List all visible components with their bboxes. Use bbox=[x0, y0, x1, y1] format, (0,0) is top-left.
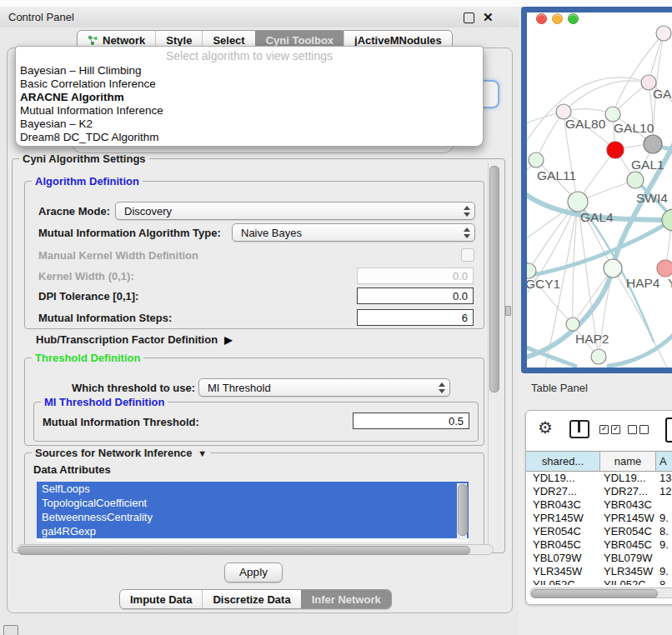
dropdown-item[interactable]: Bayesian – Hill Climbing bbox=[16, 64, 483, 78]
table-cell: YLR345W bbox=[526, 565, 600, 578]
data-attributes-list: SelfLoopsTopologicalCoefficientBetweenne… bbox=[37, 482, 469, 542]
settings-vertical-scrollbar[interactable] bbox=[488, 162, 499, 548]
settings-horizontal-scrollbar[interactable] bbox=[17, 544, 494, 555]
tab-impute-data[interactable]: Impute Data bbox=[120, 590, 202, 608]
attributes-vertical-scrollbar[interactable] bbox=[457, 483, 467, 540]
table-row[interactable]: YER054CYER054C8. bbox=[526, 525, 672, 538]
network-node-label: GAL80 bbox=[565, 117, 606, 131]
network-node-label: GAL bbox=[653, 87, 672, 101]
mi-type-combobox[interactable]: Naive Bayes bbox=[232, 223, 475, 242]
columns-icon[interactable] bbox=[569, 420, 589, 438]
table-function-icon[interactable] bbox=[665, 418, 672, 442]
tab-label: Style bbox=[166, 34, 192, 47]
dropdown-item[interactable]: Bayesian – K2 bbox=[16, 118, 483, 131]
dropdown-item[interactable]: Dream8 DC_TDC Algorithm bbox=[16, 131, 483, 144]
network-canvas[interactable]: GALGAL80GAL10GAL1GAL11SWI4GAL4GCY1HAP4YH… bbox=[527, 25, 672, 368]
network-node[interactable] bbox=[656, 26, 671, 41]
dropdown-item[interactable]: Basic Correlation Inference bbox=[16, 78, 483, 91]
apply-button[interactable]: Apply bbox=[224, 562, 283, 582]
network-node[interactable] bbox=[604, 259, 622, 278]
tab-label: Cyni Toolbox bbox=[266, 34, 333, 47]
table-cell: YPR145W bbox=[526, 512, 600, 525]
column-header-shared-name[interactable]: shared... bbox=[526, 452, 600, 471]
table-cell bbox=[656, 498, 672, 512]
table-row[interactable]: YIL052CYIL052C8 bbox=[526, 578, 672, 585]
table-panel: ⚙ ✓✓ shared... name A YDL19...YDL19...13… bbox=[525, 410, 672, 605]
network-node[interactable] bbox=[566, 318, 579, 331]
window-minimize-traffic-light[interactable] bbox=[552, 13, 563, 24]
network-node[interactable] bbox=[657, 260, 672, 277]
data-attribute-item[interactable]: gal4RGexp bbox=[37, 524, 469, 538]
scrollbar-thumb[interactable] bbox=[489, 166, 499, 392]
algorithm-dropdown-placeholder: Select algorithm to view settings bbox=[16, 49, 483, 64]
table-row[interactable]: YDL19...YDL19...13 bbox=[526, 472, 672, 485]
panel-splitter-handle[interactable] bbox=[505, 306, 511, 316]
threshold-definition-group: Threshold Definition Which threshold to … bbox=[24, 358, 484, 446]
network-node[interactable] bbox=[605, 107, 620, 122]
mi-threshold-input[interactable]: 0.5 bbox=[353, 412, 469, 429]
gear-icon[interactable]: ⚙ bbox=[538, 418, 553, 438]
window-close-traffic-light[interactable] bbox=[536, 13, 547, 24]
hub-definition-row[interactable]: Hub/Transcription Factor Definition▶ bbox=[36, 333, 232, 346]
data-attribute-item[interactable]: TopologicalCoefficient bbox=[37, 496, 469, 510]
settings-legend: Cyni Algorithm Settings bbox=[19, 152, 149, 165]
threshold-definition-legend: Threshold Definition bbox=[32, 352, 143, 364]
network-node[interactable] bbox=[529, 152, 544, 168]
table-cell: YDL19... bbox=[526, 472, 600, 485]
collapsed-panel-icon[interactable] bbox=[3, 625, 18, 635]
dropdown-item[interactable]: Mutual Information Inference bbox=[16, 104, 483, 118]
table-cell: YDR27... bbox=[526, 485, 600, 498]
dropdown-item[interactable]: ARACNE Algorithm bbox=[16, 91, 483, 104]
network-node[interactable] bbox=[627, 172, 644, 188]
scrollbar-thumb[interactable] bbox=[458, 484, 468, 536]
network-node[interactable] bbox=[644, 135, 662, 153]
manual-kernel-checkbox[interactable] bbox=[461, 248, 474, 262]
hub-definition-label: Hub/Transcription Factor Definition bbox=[36, 333, 218, 346]
network-edge bbox=[564, 81, 649, 112]
table-row[interactable]: YBL079WYBL079W bbox=[526, 552, 672, 565]
tab-label: Impute Data bbox=[130, 593, 192, 606]
table-row[interactable]: YBR045CYBR045C9. bbox=[526, 538, 672, 552]
network-node[interactable] bbox=[568, 192, 588, 212]
table-cell: 9. bbox=[656, 538, 672, 552]
kernel-width-input[interactable]: 0.0 bbox=[357, 268, 474, 284]
manual-kernel-label: Manual Kernel Width Definition bbox=[38, 249, 198, 262]
collapse-arrow-icon[interactable]: ▼ bbox=[195, 448, 207, 458]
clear-selection-icon[interactable] bbox=[628, 425, 649, 434]
table-horizontal-scrollbar[interactable] bbox=[529, 588, 672, 598]
table-row[interactable]: YPR145WYPR145W9. bbox=[526, 512, 672, 525]
float-window-icon[interactable] bbox=[464, 12, 474, 23]
mi-steps-label: Mutual Information Steps: bbox=[38, 312, 172, 324]
table-cell: 12 bbox=[656, 485, 672, 498]
table-row[interactable]: YDR27...YDR27...12 bbox=[526, 485, 672, 498]
column-header-partial[interactable]: A bbox=[656, 452, 672, 471]
aracne-mode-combobox[interactable]: Discovery bbox=[115, 202, 475, 220]
network-node[interactable] bbox=[591, 349, 606, 364]
dpi-tolerance-input[interactable]: 0.0 bbox=[357, 288, 474, 304]
scrollbar-thumb[interactable] bbox=[18, 546, 470, 555]
data-attributes-label: Data Attributes bbox=[33, 463, 111, 476]
table-cell: YBL079W bbox=[600, 552, 656, 565]
mi-threshold-definition-group: MI Threshold Definition Mutual Informati… bbox=[33, 402, 479, 442]
control-panel-titlebar: Control Panel ✕ bbox=[0, 7, 519, 28]
column-header-name[interactable]: name bbox=[600, 452, 656, 471]
table-cell: YBR045C bbox=[526, 538, 600, 552]
scrollbar-thumb[interactable] bbox=[531, 589, 658, 598]
data-attribute-item[interactable]: BetweennessCentrality bbox=[37, 510, 469, 524]
expand-arrow-icon[interactable]: ▶ bbox=[224, 334, 232, 346]
mi-steps-input[interactable]: 6 bbox=[357, 309, 474, 326]
select-all-icon[interactable]: ✓✓ bbox=[599, 425, 620, 434]
data-attribute-item[interactable]: SelfLoops bbox=[37, 482, 469, 496]
table-row[interactable]: YBR043CYBR043C bbox=[526, 498, 672, 512]
network-node[interactable] bbox=[607, 142, 624, 158]
table-cell: 13 bbox=[656, 472, 672, 485]
table-row[interactable]: YLR345WYLR345W9. bbox=[526, 565, 672, 578]
tab-infer-network[interactable]: Infer Network bbox=[301, 590, 391, 608]
close-icon[interactable]: ✕ bbox=[483, 8, 494, 26]
network-thick-edge bbox=[609, 330, 672, 366]
window-zoom-traffic-light[interactable] bbox=[568, 13, 579, 24]
table-cell bbox=[656, 552, 672, 565]
table-cell: YPR145W bbox=[600, 512, 656, 525]
tab-discretize-data[interactable]: Discretize Data bbox=[202, 590, 300, 608]
which-threshold-combobox[interactable]: MI Threshold bbox=[198, 378, 450, 397]
